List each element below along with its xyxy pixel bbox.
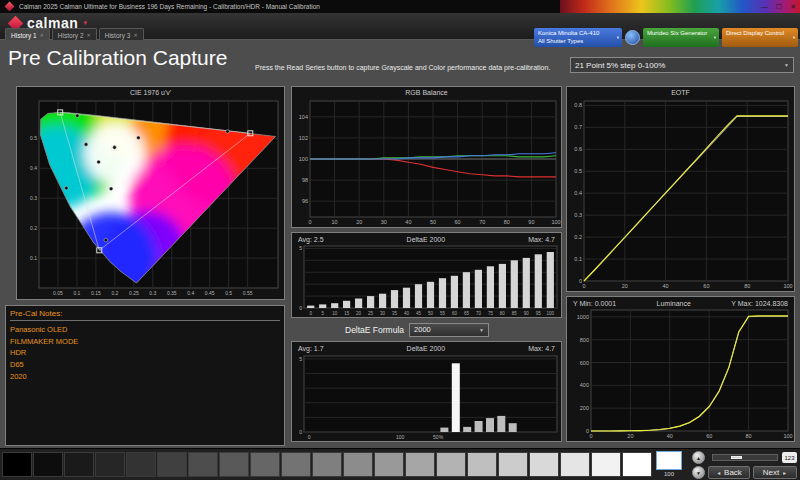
gray-patch-20[interactable] — [126, 452, 156, 477]
display-control-dropdown[interactable]: Direct Display Control ▼ — [722, 28, 798, 47]
chevron-down-icon: ▼ — [616, 35, 620, 40]
deltae-bar — [427, 282, 434, 308]
deltae-avg-label: Avg: 2.5 — [298, 236, 324, 243]
gray-patch-55[interactable] — [343, 452, 373, 477]
pattern-slider[interactable] — [712, 454, 778, 461]
axis-tick-label: 600 — [580, 360, 589, 366]
pattern-down-button[interactable]: ▼ — [692, 466, 705, 479]
rgb-balance-plot: 01020304050607080901009698100102104 — [292, 98, 561, 227]
deltae-color-panel: Avg: 1.7 DeltaE 2000 Max: 4.7 05010050% — [291, 341, 562, 442]
precal-notes-header: Pre-Cal Notes: — [10, 309, 280, 321]
tab-history-1[interactable]: History 1 ✕ — [5, 28, 50, 40]
eotf-title: EOTF — [567, 87, 794, 98]
axis-tick-label: 60 — [452, 311, 458, 316]
axis-tick-label: 5 — [299, 356, 302, 362]
chevron-down-icon: ▼ — [479, 327, 484, 333]
axis-tick-label: 0 — [586, 428, 589, 434]
deltae-bar — [487, 266, 494, 308]
meter-mode: All Shutter Types — [538, 37, 612, 45]
tab-history-3[interactable]: History 3 ✕ — [99, 28, 144, 40]
minimize-button[interactable]: — — [761, 1, 768, 12]
rgb-balance-chart: 01020304050607080901009698100102104 — [292, 98, 561, 227]
maximize-button[interactable]: ☐ — [776, 1, 782, 12]
axis-tick-label: 102 — [299, 135, 308, 141]
deltae-color-plot: 05010050% — [292, 353, 561, 441]
meter-dropdown[interactable]: Konica Minolta CA-410 All Shutter Types … — [534, 28, 622, 47]
axis-tick-label: 5 — [321, 311, 324, 316]
selected-patch[interactable] — [656, 451, 682, 470]
axis-tick-label: 100 — [783, 433, 792, 439]
back-arrow-icon: ◄ — [716, 470, 721, 476]
gray-patch-15[interactable] — [95, 452, 125, 477]
axis-tick-label: 95 — [536, 311, 542, 316]
gray-patch-85[interactable] — [529, 452, 559, 477]
axis-tick-label: 0.2 — [574, 234, 582, 240]
gray-patch-80[interactable] — [498, 452, 528, 477]
axis-tick-label: 40 — [404, 311, 410, 316]
tab-close-icon[interactable]: ✕ — [133, 32, 137, 38]
axis-tick-label: 40 — [405, 219, 411, 225]
gray-patch-95[interactable] — [591, 452, 621, 477]
axis-tick-label: 80 — [500, 311, 506, 316]
pattern-up-button[interactable]: ▲ — [692, 451, 705, 464]
tab-close-icon[interactable]: ✕ — [87, 32, 91, 38]
deltae-bar — [440, 428, 448, 432]
axis-tick-label: 0.2 — [111, 290, 118, 296]
gray-patch-10[interactable] — [64, 452, 94, 477]
cie-chart: 0.050.10.150.20.250.30.350.40.450.50.550… — [17, 98, 284, 299]
series-points-value: 21 Point 5% step 0-100% — [575, 61, 665, 70]
gray-patch-65[interactable] — [405, 452, 435, 477]
chevron-up-icon: ▲ — [696, 455, 701, 461]
axis-tick-label: 40 — [663, 283, 669, 289]
generator-dropdown[interactable]: Murideo Six Generator ▼ — [643, 28, 719, 47]
gray-patch-40[interactable] — [250, 452, 280, 477]
back-button[interactable]: ◄ Back — [708, 466, 750, 479]
axis-tick-label: 0.4 — [30, 165, 37, 171]
deltae-bar — [439, 278, 446, 308]
tab-history-2[interactable]: History 2 ✕ — [52, 28, 97, 40]
tab-close-icon[interactable]: ✕ — [40, 32, 44, 38]
gray-patch-75[interactable] — [467, 452, 497, 477]
numeric-entry-button[interactable]: 123 — [782, 452, 797, 463]
meter-sync-button[interactable] — [625, 30, 640, 45]
slider-thumb[interactable] — [731, 456, 742, 459]
gray-patch-25[interactable] — [157, 452, 187, 477]
deltae-bar — [547, 252, 554, 308]
gray-patch-5[interactable] — [33, 452, 63, 477]
axis-tick-label: 0 — [309, 311, 312, 316]
series-points-dropdown[interactable]: 21 Point 5% step 0-100% ▼ — [570, 57, 794, 73]
gray-patch-35[interactable] — [219, 452, 249, 477]
axis-tick-label: 90 — [528, 219, 534, 225]
deltae-formula-select[interactable]: 2000 ▼ — [409, 323, 489, 337]
gray-patch-70[interactable] — [436, 452, 466, 477]
gray-patch-30[interactable] — [188, 452, 218, 477]
axis-tick-label: 15 — [344, 311, 350, 316]
gray-patch-100[interactable] — [622, 452, 652, 477]
gray-patch-45[interactable] — [281, 452, 311, 477]
next-button[interactable]: Next ► — [753, 466, 797, 479]
gray-patch-60[interactable] — [374, 452, 404, 477]
axis-tick-label: 0.7 — [574, 124, 582, 130]
axis-tick-label: 0.3 — [574, 212, 582, 218]
measured-point — [226, 130, 230, 134]
title-bar: Calman 2025 Calman Ultimate for Business… — [0, 0, 800, 13]
pattern-bar: 100 ▲ ▼ 123 ◄ Back Next ► — [0, 448, 800, 480]
luminance-plot: 02040608010002004006008001000 — [567, 308, 794, 441]
gray-patch-90[interactable] — [560, 452, 590, 477]
gray-patch-0[interactable] — [2, 452, 32, 477]
axis-tick-label: 98 — [302, 177, 308, 183]
toolbar: calman ▼ History 1 ✕ History 2 ✕ History… — [0, 13, 800, 40]
axis-tick-label: 0.4 — [574, 190, 582, 196]
deltae-bar — [319, 304, 326, 308]
axis-tick-label: 0.5 — [30, 135, 37, 141]
note-line: D65 — [10, 359, 280, 371]
deltae-grayscale-plot: 0505101520253035404550556065707580859095… — [292, 244, 561, 317]
axis-tick-label: 100 — [547, 311, 555, 316]
note-line: Panasonic OLED — [10, 324, 280, 336]
close-button[interactable]: ✕ — [790, 1, 796, 12]
deltae-max-label: Max: 4.7 — [528, 236, 555, 243]
axis-tick-label: 90 — [524, 311, 530, 316]
gray-patch-50[interactable] — [312, 452, 342, 477]
meter-name: Konica Minolta CA-410 — [538, 29, 612, 37]
deltae-bar — [535, 254, 542, 308]
